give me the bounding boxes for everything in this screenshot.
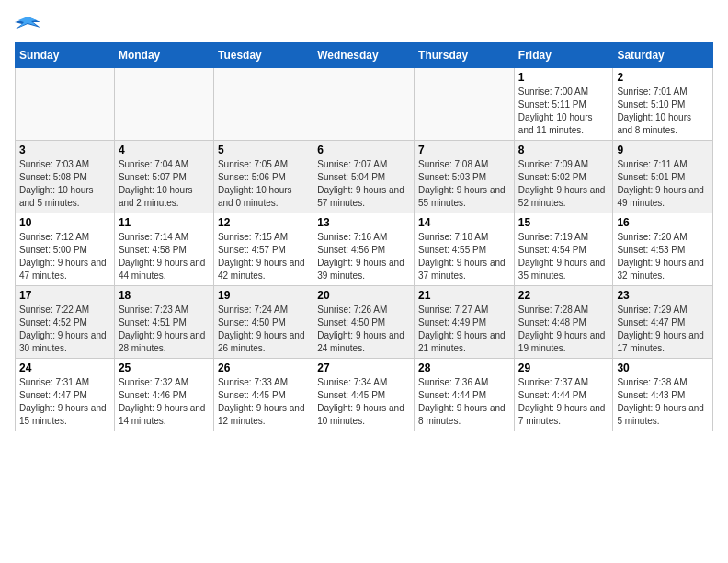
day-number: 17	[19, 289, 110, 302]
day-info: Sunrise: 7:36 AM Sunset: 4:44 PM Dayligh…	[418, 376, 510, 428]
day-info: Sunrise: 7:15 AM Sunset: 4:57 PM Dayligh…	[218, 231, 309, 282]
day-number: 29	[518, 362, 609, 374]
day-number: 20	[317, 289, 410, 302]
calendar-cell: 21Sunrise: 7:27 AM Sunset: 4:49 PM Dayli…	[415, 286, 515, 359]
day-number: 4	[119, 144, 210, 156]
day-info: Sunrise: 7:26 AM Sunset: 4:50 PM Dayligh…	[317, 304, 410, 355]
day-number: 18	[119, 289, 210, 302]
day-number: 21	[418, 289, 510, 302]
day-info: Sunrise: 7:22 AM Sunset: 4:52 PM Dayligh…	[19, 304, 110, 355]
calendar-cell: 12Sunrise: 7:15 AM Sunset: 4:57 PM Dayli…	[213, 213, 313, 286]
day-info: Sunrise: 7:34 AM Sunset: 4:45 PM Dayligh…	[317, 376, 410, 428]
calendar-cell	[114, 68, 213, 141]
calendar-cell: 8Sunrise: 7:09 AM Sunset: 5:02 PM Daylig…	[514, 141, 613, 213]
calendar-cell: 5Sunrise: 7:05 AM Sunset: 5:06 PM Daylig…	[213, 141, 313, 213]
calendar-cell: 22Sunrise: 7:28 AM Sunset: 4:48 PM Dayli…	[514, 286, 613, 359]
day-info: Sunrise: 7:38 AM Sunset: 4:43 PM Dayligh…	[617, 376, 709, 428]
day-info: Sunrise: 7:04 AM Sunset: 5:07 PM Dayligh…	[119, 158, 210, 210]
weekday-header: Thursday	[415, 43, 515, 68]
day-number: 24	[19, 362, 110, 374]
day-number: 30	[617, 362, 709, 374]
day-number: 22	[518, 289, 609, 302]
calendar-cell: 27Sunrise: 7:34 AM Sunset: 4:45 PM Dayli…	[313, 359, 415, 431]
calendar-cell: 29Sunrise: 7:37 AM Sunset: 4:44 PM Dayli…	[514, 359, 613, 431]
day-number: 11	[119, 216, 210, 229]
weekday-header: Sunday	[16, 43, 115, 68]
day-number: 13	[317, 216, 410, 229]
day-info: Sunrise: 7:33 AM Sunset: 4:45 PM Dayligh…	[218, 376, 309, 428]
day-info: Sunrise: 7:31 AM Sunset: 4:47 PM Dayligh…	[19, 376, 110, 428]
calendar-cell: 2Sunrise: 7:01 AM Sunset: 5:10 PM Daylig…	[613, 68, 713, 141]
day-info: Sunrise: 7:11 AM Sunset: 5:01 PM Dayligh…	[617, 158, 709, 210]
day-number: 3	[19, 144, 110, 156]
logo-bird-icon	[15, 15, 40, 35]
day-info: Sunrise: 7:29 AM Sunset: 4:47 PM Dayligh…	[617, 304, 709, 355]
calendar-cell	[313, 68, 415, 141]
day-info: Sunrise: 7:18 AM Sunset: 4:55 PM Dayligh…	[418, 231, 510, 282]
day-info: Sunrise: 7:19 AM Sunset: 4:54 PM Dayligh…	[518, 231, 609, 282]
day-info: Sunrise: 7:03 AM Sunset: 5:08 PM Dayligh…	[19, 158, 110, 210]
day-info: Sunrise: 7:37 AM Sunset: 4:44 PM Dayligh…	[518, 376, 609, 428]
day-info: Sunrise: 7:23 AM Sunset: 4:51 PM Dayligh…	[119, 304, 210, 355]
calendar-cell: 26Sunrise: 7:33 AM Sunset: 4:45 PM Dayli…	[213, 359, 313, 431]
calendar-cell: 15Sunrise: 7:19 AM Sunset: 4:54 PM Dayli…	[514, 213, 613, 286]
day-number: 26	[218, 362, 309, 374]
weekday-header: Saturday	[613, 43, 713, 68]
calendar-cell	[213, 68, 313, 141]
weekday-header: Monday	[114, 43, 213, 68]
day-number: 8	[518, 144, 609, 156]
calendar-cell: 6Sunrise: 7:07 AM Sunset: 5:04 PM Daylig…	[313, 141, 415, 213]
day-number: 1	[518, 71, 609, 84]
header	[15, 15, 713, 35]
calendar-cell: 9Sunrise: 7:11 AM Sunset: 5:01 PM Daylig…	[613, 141, 713, 213]
logo	[15, 15, 44, 35]
calendar-cell: 17Sunrise: 7:22 AM Sunset: 4:52 PM Dayli…	[16, 286, 115, 359]
calendar-cell: 4Sunrise: 7:04 AM Sunset: 5:07 PM Daylig…	[114, 141, 213, 213]
calendar-cell: 30Sunrise: 7:38 AM Sunset: 4:43 PM Dayli…	[613, 359, 713, 431]
calendar-cell: 1Sunrise: 7:00 AM Sunset: 5:11 PM Daylig…	[514, 68, 613, 141]
day-number: 16	[617, 216, 709, 229]
day-info: Sunrise: 7:01 AM Sunset: 5:10 PM Dayligh…	[617, 86, 709, 137]
calendar-cell: 16Sunrise: 7:20 AM Sunset: 4:53 PM Dayli…	[613, 213, 713, 286]
day-info: Sunrise: 7:12 AM Sunset: 5:00 PM Dayligh…	[19, 231, 110, 282]
day-number: 27	[317, 362, 410, 374]
day-info: Sunrise: 7:14 AM Sunset: 4:58 PM Dayligh…	[119, 231, 210, 282]
day-info: Sunrise: 7:07 AM Sunset: 5:04 PM Dayligh…	[317, 158, 410, 210]
day-info: Sunrise: 7:27 AM Sunset: 4:49 PM Dayligh…	[418, 304, 510, 355]
day-info: Sunrise: 7:24 AM Sunset: 4:50 PM Dayligh…	[218, 304, 309, 355]
calendar-cell: 28Sunrise: 7:36 AM Sunset: 4:44 PM Dayli…	[415, 359, 515, 431]
calendar-cell	[16, 68, 115, 141]
day-number: 14	[418, 216, 510, 229]
weekday-header: Friday	[514, 43, 613, 68]
day-info: Sunrise: 7:32 AM Sunset: 4:46 PM Dayligh…	[119, 376, 210, 428]
day-info: Sunrise: 7:00 AM Sunset: 5:11 PM Dayligh…	[518, 86, 609, 137]
calendar-cell: 19Sunrise: 7:24 AM Sunset: 4:50 PM Dayli…	[213, 286, 313, 359]
calendar-cell: 10Sunrise: 7:12 AM Sunset: 5:00 PM Dayli…	[16, 213, 115, 286]
calendar-cell: 25Sunrise: 7:32 AM Sunset: 4:46 PM Dayli…	[114, 359, 213, 431]
day-number: 6	[317, 144, 410, 156]
day-info: Sunrise: 7:05 AM Sunset: 5:06 PM Dayligh…	[218, 158, 309, 210]
weekday-header: Tuesday	[213, 43, 313, 68]
day-number: 12	[218, 216, 309, 229]
calendar-cell: 23Sunrise: 7:29 AM Sunset: 4:47 PM Dayli…	[613, 286, 713, 359]
day-info: Sunrise: 7:20 AM Sunset: 4:53 PM Dayligh…	[617, 231, 709, 282]
day-number: 15	[518, 216, 609, 229]
day-info: Sunrise: 7:16 AM Sunset: 4:56 PM Dayligh…	[317, 231, 410, 282]
day-number: 28	[418, 362, 510, 374]
day-info: Sunrise: 7:28 AM Sunset: 4:48 PM Dayligh…	[518, 304, 609, 355]
calendar-cell: 20Sunrise: 7:26 AM Sunset: 4:50 PM Dayli…	[313, 286, 415, 359]
calendar-cell: 3Sunrise: 7:03 AM Sunset: 5:08 PM Daylig…	[16, 141, 115, 213]
day-number: 10	[19, 216, 110, 229]
day-number: 23	[617, 289, 709, 302]
calendar-cell: 11Sunrise: 7:14 AM Sunset: 4:58 PM Dayli…	[114, 213, 213, 286]
day-number: 2	[617, 71, 709, 84]
day-number: 5	[218, 144, 309, 156]
day-number: 7	[418, 144, 510, 156]
calendar-cell: 13Sunrise: 7:16 AM Sunset: 4:56 PM Dayli…	[313, 213, 415, 286]
calendar-cell: 18Sunrise: 7:23 AM Sunset: 4:51 PM Dayli…	[114, 286, 213, 359]
day-info: Sunrise: 7:08 AM Sunset: 5:03 PM Dayligh…	[418, 158, 510, 210]
calendar-cell: 24Sunrise: 7:31 AM Sunset: 4:47 PM Dayli…	[16, 359, 115, 431]
day-number: 19	[218, 289, 309, 302]
day-info: Sunrise: 7:09 AM Sunset: 5:02 PM Dayligh…	[518, 158, 609, 210]
calendar: SundayMondayTuesdayWednesdayThursdayFrid…	[15, 42, 713, 431]
